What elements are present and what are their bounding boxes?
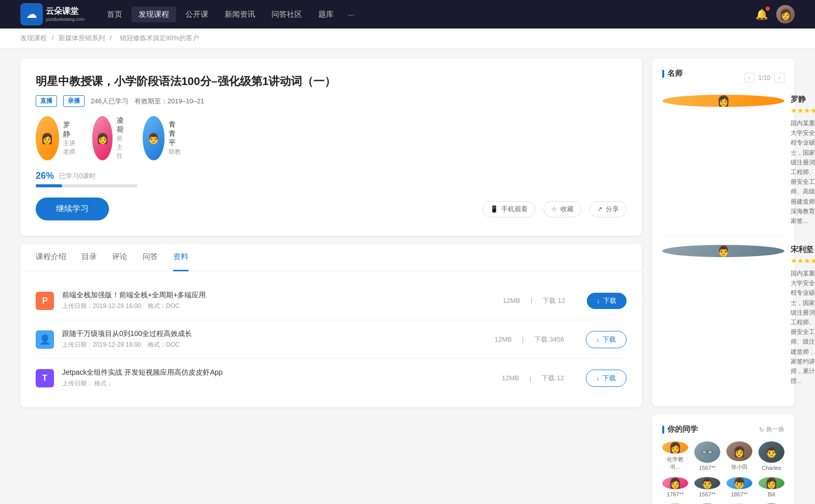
- classmate-avatar-6: 👦: [726, 477, 752, 489]
- resource-name-1: 跟随千万级项目从0到100全过程高效成长: [62, 329, 483, 339]
- resource-item-1: 👤 跟随千万级项目从0到100全过程高效成长 上传日期：2019-12-28 1…: [36, 320, 627, 359]
- progress-bar-bg: [36, 184, 138, 187]
- teacher-desc-1: 国内某重点大学安全工程专业硕士，国家一级注册消防工程师、注册安全工程师、级注册建…: [791, 269, 815, 386]
- course-actions: 继续学习 📱 手机观看 ☆ 收藏 ↗ 分享: [36, 198, 627, 220]
- classmate-0[interactable]: 👩 化学教书...: [662, 441, 688, 471]
- refresh-btn[interactable]: ↻ 换一换: [759, 425, 784, 434]
- user-avatar-img: 👩: [776, 5, 795, 23]
- notification-badge: [766, 7, 770, 11]
- nav-news[interactable]: 新闻资讯: [218, 7, 262, 22]
- download-btn-1[interactable]: ↓ 下载: [586, 331, 627, 348]
- action-buttons: 📱 手机观看 ☆ 收藏 ↗ 分享: [482, 201, 627, 217]
- download-btn-2[interactable]: ↓ 下载: [586, 370, 627, 387]
- tab-qa[interactable]: 问答: [143, 244, 158, 271]
- tab-material[interactable]: 资料: [173, 244, 188, 271]
- classmate-name-6: 1867**: [731, 491, 748, 497]
- classmates-title: 你的同学: [662, 425, 698, 434]
- breadcrumb-discover[interactable]: 发现课程: [20, 34, 47, 42]
- nav-more[interactable]: ···: [343, 7, 360, 22]
- course-title: 明星中教授课，小学阶段语法100分–强化级第1讲动词（一）: [36, 74, 627, 89]
- teachers-title: 名师: [662, 69, 683, 78]
- resource-name-0: 前端全栈加强版！前端全栈+全周期+多端应用: [62, 291, 492, 300]
- teacher-stars-0: ★★★★☆: [791, 106, 815, 115]
- classmate-6[interactable]: 👦 1867**: [726, 477, 752, 497]
- resource-meta-2: 上传日期： 格式：: [62, 379, 491, 388]
- teachers-next[interactable]: ›: [774, 73, 784, 83]
- classmate-5[interactable]: 👨 1567**: [694, 477, 720, 497]
- teachers-prev[interactable]: ‹: [744, 73, 754, 83]
- classmate-name-3: Charles: [762, 465, 781, 471]
- collect-btn[interactable]: ☆ 收藏: [544, 201, 581, 217]
- content-left: 明星中教授课，小学阶段语法100分–强化级第1讲动词（一） 直播 录播 246人…: [20, 59, 642, 504]
- resource-stats-0: 12MB ｜ 下载 12: [500, 296, 568, 305]
- logo-box: ☁: [20, 3, 43, 25]
- teachers-nav: ‹ 1/10 ›: [744, 73, 784, 83]
- resource-meta-1: 上传日期：2019-12-28 16:00 格式：DOC: [62, 341, 483, 349]
- teacher-item-1: 👨 宋利坚 ★★★★☆ 国内某重点大学安全工程专业硕士，国家一级注册消防工程师、…: [662, 245, 784, 386]
- resource-item-0: P 前端全栈加强版！前端全栈+全周期+多端应用 上传日期：2019-12-28 …: [36, 282, 627, 320]
- share-icon: ↗: [597, 205, 603, 213]
- progress-bar-fill: [36, 184, 62, 187]
- resource-item-2: T Jetpack全组件实战 开发短视频应用高仿皮皮虾App 上传日期： 格式：…: [36, 359, 627, 397]
- classmates-card: 你的同学 ↻ 换一换 👩 化学教书... 👓 1567** 👩 张小田: [652, 414, 795, 504]
- main-layout: 明星中教授课，小学阶段语法100分–强化级第1讲动词（一） 直播 录播 246人…: [0, 48, 815, 504]
- breadcrumb-series[interactable]: 新媒体营销系列: [59, 34, 105, 42]
- classmate-2[interactable]: 👩 张小田: [726, 441, 752, 471]
- tabs-content: P 前端全栈加强版！前端全栈+全周期+多端应用 上传日期：2019-12-28 …: [20, 271, 642, 407]
- teacher-desc-0: 国内某重点大学安全工程专业硕士，国家一级注册消防工程师、注册安全工程师、高级注册…: [791, 119, 815, 226]
- instructor-2: 👨 青青平 助教: [143, 116, 181, 160]
- user-avatar[interactable]: 👩: [776, 5, 795, 23]
- download-icon-2: ↓: [596, 374, 600, 382]
- classmate-7[interactable]: 👩 Bill: [758, 477, 784, 497]
- classmate-name-4: 1767**: [667, 491, 684, 497]
- download-icon-0: ↓: [597, 297, 601, 304]
- download-btn-0[interactable]: ↓ 下载: [587, 293, 627, 309]
- logo-icon: ☁: [26, 8, 37, 21]
- logo[interactable]: ☁ 云朵课堂 yunduoketang.com: [20, 3, 85, 25]
- classmate-avatar-3: 👨: [758, 441, 784, 463]
- teacher-name-1: 宋利坚: [791, 245, 815, 255]
- resource-icon-1: 👤: [36, 330, 54, 349]
- tab-catalog[interactable]: 目录: [82, 244, 97, 271]
- instructor-1: 👩 凌荷 班主任: [92, 116, 127, 160]
- student-count: 246人已学习: [91, 97, 128, 106]
- validity: 有效期至：2019–10–21: [134, 97, 204, 106]
- classmate-1[interactable]: 👓 1567**: [694, 441, 720, 471]
- nav-open[interactable]: 公开课: [178, 7, 215, 22]
- resource-meta-0: 上传日期：2019-12-28 16:00 格式：DOC: [62, 302, 492, 311]
- tab-intro[interactable]: 课程介绍: [36, 244, 66, 271]
- tabs-header: 课程介绍 目录 评论 问答 资料: [20, 244, 642, 271]
- badge-record: 录播: [63, 95, 85, 107]
- classmate-name-1: 1567**: [699, 465, 716, 471]
- classmates-grid: 👩 化学教书... 👓 1567** 👩 张小田 👨 Charles 👩: [662, 441, 784, 504]
- classmate-4[interactable]: 👩 1767**: [662, 477, 688, 497]
- continue-button[interactable]: 继续学习: [36, 198, 109, 220]
- instructor-0: 👩 罗静 主讲老师: [36, 116, 77, 160]
- notification-bell[interactable]: 🔔: [755, 8, 768, 20]
- star-icon: ☆: [551, 205, 557, 213]
- classmate-name-7: Bill: [768, 491, 775, 497]
- instructors: 👩 罗静 主讲老师 👩 凌荷 班主任 👨 青青平: [36, 116, 627, 160]
- mobile-watch-btn[interactable]: 📱 手机观看: [482, 201, 535, 217]
- nav-right: 🔔 👩: [755, 5, 795, 23]
- classmate-avatar-0: 👩: [662, 441, 688, 454]
- nav-qa[interactable]: 问答社区: [264, 7, 309, 22]
- refresh-icon: ↻: [759, 426, 764, 433]
- share-btn[interactable]: ↗ 分享: [589, 201, 627, 217]
- content-right: 名师 ‹ 1/10 › 👩 罗静 ★★★★☆ 国内某重点大学安全工程专业硕士，国…: [652, 59, 795, 504]
- classmate-3[interactable]: 👨 Charles: [758, 441, 784, 471]
- nav-quiz[interactable]: 题库: [311, 7, 341, 22]
- classmate-avatar-2: 👩: [726, 441, 752, 461]
- classmate-avatar-4: 👩: [662, 477, 688, 489]
- resource-name-2: Jetpack全组件实战 开发短视频应用高仿皮皮虾App: [62, 368, 491, 377]
- nav-discover[interactable]: 发现课程: [131, 7, 176, 22]
- classmate-name-2: 张小田: [731, 463, 748, 471]
- tab-review[interactable]: 评论: [112, 244, 127, 271]
- download-icon-1: ↓: [596, 335, 600, 343]
- logo-text: 云朵课堂 yunduoketang.com: [46, 6, 85, 22]
- nav-home[interactable]: 首页: [100, 7, 129, 22]
- progress-percent: 26%: [36, 171, 54, 181]
- mobile-icon: 📱: [490, 205, 498, 213]
- resource-stats-1: 12MB ｜ 下载 3456: [492, 335, 567, 344]
- resource-icon-2: T: [36, 369, 54, 387]
